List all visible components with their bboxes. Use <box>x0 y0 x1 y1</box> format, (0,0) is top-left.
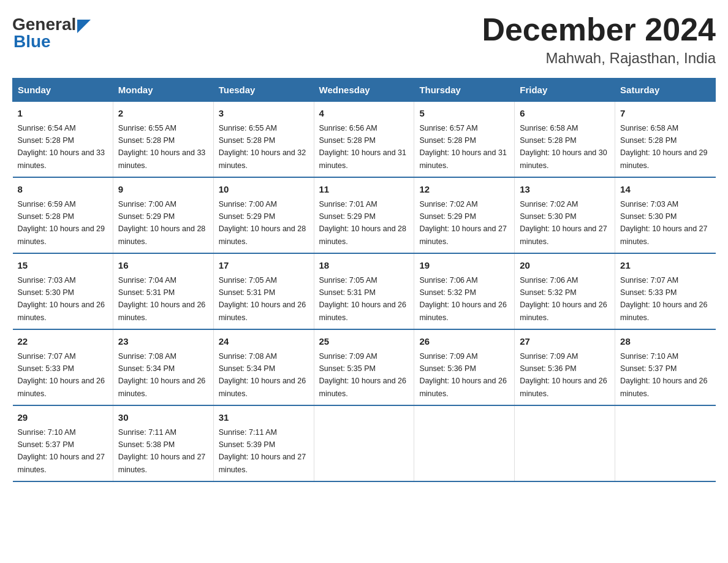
calendar-cell: 3Sunrise: 6:55 AMSunset: 5:28 PMDaylight… <box>213 102 314 178</box>
day-number: 3 <box>219 107 309 121</box>
calendar-cell: 9Sunrise: 7:00 AMSunset: 5:29 PMDaylight… <box>113 177 213 253</box>
day-number: 11 <box>319 183 409 197</box>
day-info: Sunrise: 7:11 AMSunset: 5:38 PMDaylight:… <box>118 428 205 474</box>
day-info: Sunrise: 7:01 AMSunset: 5:29 PMDaylight:… <box>319 200 406 246</box>
day-info: Sunrise: 7:11 AMSunset: 5:39 PMDaylight:… <box>219 428 306 474</box>
calendar-cell: 19Sunrise: 7:06 AMSunset: 5:32 PMDayligh… <box>414 253 515 329</box>
day-info: Sunrise: 6:56 AMSunset: 5:28 PMDaylight:… <box>319 124 406 170</box>
calendar-header-row: SundayMondayTuesdayWednesdayThursdayFrid… <box>13 79 716 102</box>
calendar-cell: 6Sunrise: 6:58 AMSunset: 5:28 PMDaylight… <box>515 102 615 178</box>
col-header-wednesday: Wednesday <box>314 79 414 102</box>
day-info: Sunrise: 7:03 AMSunset: 5:30 PMDaylight:… <box>18 276 105 322</box>
day-number: 30 <box>118 411 208 425</box>
day-number: 10 <box>219 183 309 197</box>
day-info: Sunrise: 7:09 AMSunset: 5:35 PMDaylight:… <box>319 352 406 398</box>
day-number: 16 <box>118 259 208 273</box>
calendar-cell <box>515 405 615 481</box>
day-number: 21 <box>620 259 710 273</box>
day-info: Sunrise: 7:08 AMSunset: 5:34 PMDaylight:… <box>118 352 205 398</box>
day-number: 23 <box>118 335 208 349</box>
logo-blue: Blue <box>13 32 51 52</box>
calendar-cell: 4Sunrise: 6:56 AMSunset: 5:28 PMDaylight… <box>314 102 414 178</box>
day-number: 9 <box>118 183 208 197</box>
day-number: 13 <box>520 183 610 197</box>
title-block: December 2024 Mahwah, Rajasthan, India <box>482 12 716 67</box>
calendar-cell: 23Sunrise: 7:08 AMSunset: 5:34 PMDayligh… <box>113 329 213 405</box>
calendar-table: SundayMondayTuesdayWednesdayThursdayFrid… <box>12 78 716 482</box>
day-number: 15 <box>18 259 108 273</box>
day-info: Sunrise: 7:08 AMSunset: 5:34 PMDaylight:… <box>219 352 306 398</box>
day-info: Sunrise: 7:06 AMSunset: 5:32 PMDaylight:… <box>419 276 506 322</box>
day-info: Sunrise: 7:03 AMSunset: 5:30 PMDaylight:… <box>620 200 707 246</box>
col-header-thursday: Thursday <box>414 79 515 102</box>
day-number: 18 <box>319 259 409 273</box>
calendar-cell: 24Sunrise: 7:08 AMSunset: 5:34 PMDayligh… <box>213 329 314 405</box>
calendar-cell: 25Sunrise: 7:09 AMSunset: 5:35 PMDayligh… <box>314 329 414 405</box>
calendar-cell: 21Sunrise: 7:07 AMSunset: 5:33 PMDayligh… <box>615 253 716 329</box>
page-header: General Blue December 2024 Mahwah, Rajas… <box>12 12 716 67</box>
calendar-cell: 5Sunrise: 6:57 AMSunset: 5:28 PMDaylight… <box>414 102 515 178</box>
day-number: 8 <box>18 183 108 197</box>
day-number: 1 <box>18 107 108 121</box>
day-info: Sunrise: 6:59 AMSunset: 5:28 PMDaylight:… <box>18 200 105 246</box>
day-info: Sunrise: 7:09 AMSunset: 5:36 PMDaylight:… <box>419 352 506 398</box>
calendar-cell: 30Sunrise: 7:11 AMSunset: 5:38 PMDayligh… <box>113 405 213 481</box>
col-header-tuesday: Tuesday <box>213 79 314 102</box>
calendar-cell: 10Sunrise: 7:00 AMSunset: 5:29 PMDayligh… <box>213 177 314 253</box>
day-info: Sunrise: 6:54 AMSunset: 5:28 PMDaylight:… <box>18 124 105 170</box>
calendar-cell: 2Sunrise: 6:55 AMSunset: 5:28 PMDaylight… <box>113 102 213 178</box>
day-info: Sunrise: 7:00 AMSunset: 5:29 PMDaylight:… <box>219 200 306 246</box>
day-number: 12 <box>419 183 509 197</box>
calendar-cell: 1Sunrise: 6:54 AMSunset: 5:28 PMDaylight… <box>13 102 113 178</box>
day-number: 4 <box>319 107 409 121</box>
day-number: 7 <box>620 107 710 121</box>
day-number: 22 <box>18 335 108 349</box>
week-row-1: 1Sunrise: 6:54 AMSunset: 5:28 PMDaylight… <box>13 102 716 178</box>
col-header-friday: Friday <box>515 79 615 102</box>
svg-marker-0 <box>77 20 91 33</box>
day-info: Sunrise: 7:05 AMSunset: 5:31 PMDaylight:… <box>319 276 406 322</box>
calendar-cell: 29Sunrise: 7:10 AMSunset: 5:37 PMDayligh… <box>13 405 113 481</box>
week-row-3: 15Sunrise: 7:03 AMSunset: 5:30 PMDayligh… <box>13 253 716 329</box>
calendar-cell: 16Sunrise: 7:04 AMSunset: 5:31 PMDayligh… <box>113 253 213 329</box>
day-info: Sunrise: 7:06 AMSunset: 5:32 PMDaylight:… <box>520 276 607 322</box>
calendar-cell: 31Sunrise: 7:11 AMSunset: 5:39 PMDayligh… <box>213 405 314 481</box>
day-number: 6 <box>520 107 610 121</box>
week-row-4: 22Sunrise: 7:07 AMSunset: 5:33 PMDayligh… <box>13 329 716 405</box>
calendar-cell: 7Sunrise: 6:58 AMSunset: 5:28 PMDaylight… <box>615 102 716 178</box>
day-info: Sunrise: 6:58 AMSunset: 5:28 PMDaylight:… <box>520 124 607 170</box>
location-title: Mahwah, Rajasthan, India <box>482 50 716 67</box>
day-info: Sunrise: 7:04 AMSunset: 5:31 PMDaylight:… <box>118 276 205 322</box>
day-number: 19 <box>419 259 509 273</box>
calendar-cell: 14Sunrise: 7:03 AMSunset: 5:30 PMDayligh… <box>615 177 716 253</box>
day-number: 5 <box>419 107 509 121</box>
calendar-cell: 12Sunrise: 7:02 AMSunset: 5:29 PMDayligh… <box>414 177 515 253</box>
day-info: Sunrise: 6:55 AMSunset: 5:28 PMDaylight:… <box>219 124 306 170</box>
day-number: 20 <box>520 259 610 273</box>
calendar-cell <box>414 405 515 481</box>
day-number: 26 <box>419 335 509 349</box>
calendar-cell: 22Sunrise: 7:07 AMSunset: 5:33 PMDayligh… <box>13 329 113 405</box>
col-header-monday: Monday <box>113 79 213 102</box>
day-number: 31 <box>219 411 309 425</box>
calendar-cell <box>615 405 716 481</box>
day-number: 28 <box>620 335 710 349</box>
day-info: Sunrise: 7:07 AMSunset: 5:33 PMDaylight:… <box>18 352 105 398</box>
calendar-cell: 26Sunrise: 7:09 AMSunset: 5:36 PMDayligh… <box>414 329 515 405</box>
day-info: Sunrise: 6:58 AMSunset: 5:28 PMDaylight:… <box>620 124 707 170</box>
calendar-cell: 13Sunrise: 7:02 AMSunset: 5:30 PMDayligh… <box>515 177 615 253</box>
day-number: 17 <box>219 259 309 273</box>
week-row-5: 29Sunrise: 7:10 AMSunset: 5:37 PMDayligh… <box>13 405 716 481</box>
day-number: 24 <box>219 335 309 349</box>
day-info: Sunrise: 7:07 AMSunset: 5:33 PMDaylight:… <box>620 276 707 322</box>
day-info: Sunrise: 7:10 AMSunset: 5:37 PMDaylight:… <box>18 428 105 474</box>
day-info: Sunrise: 7:05 AMSunset: 5:31 PMDaylight:… <box>219 276 306 322</box>
calendar-cell: 27Sunrise: 7:09 AMSunset: 5:36 PMDayligh… <box>515 329 615 405</box>
day-number: 27 <box>520 335 610 349</box>
calendar-cell: 15Sunrise: 7:03 AMSunset: 5:30 PMDayligh… <box>13 253 113 329</box>
day-number: 14 <box>620 183 710 197</box>
logo-triangle-icon <box>77 20 91 33</box>
day-number: 25 <box>319 335 409 349</box>
calendar-cell: 20Sunrise: 7:06 AMSunset: 5:32 PMDayligh… <box>515 253 615 329</box>
logo: General Blue <box>12 12 91 52</box>
